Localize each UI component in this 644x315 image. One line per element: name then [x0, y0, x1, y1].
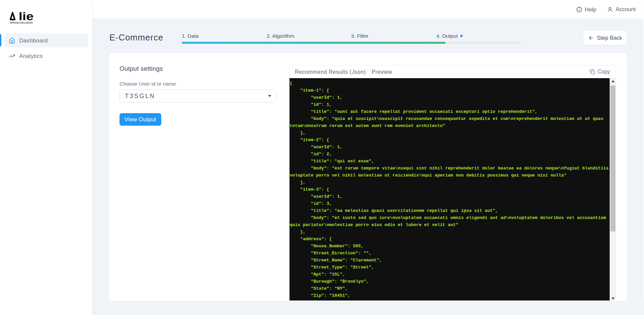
- svg-text:ARTIFICIAL INTELLIGENCE: ARTIFICIAL INTELLIGENCE: [10, 22, 33, 24]
- svg-text:lie: lie: [19, 10, 34, 23]
